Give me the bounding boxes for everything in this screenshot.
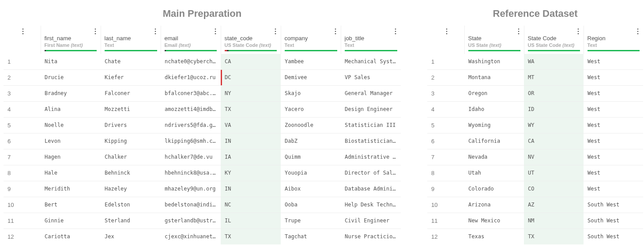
cell[interactable]: Youopia (281, 165, 341, 181)
more-options-icon[interactable] (273, 28, 278, 36)
column-header[interactable]: State CodeUS State Code (text) (524, 26, 584, 54)
cell[interactable]: Meridith (41, 181, 101, 197)
table-row[interactable]: 5WyomingWYWest (427, 118, 643, 134)
table-row[interactable]: 7HagenChalkerhchalker7@de.vuIAQuimmAdmin… (4, 149, 401, 165)
cell[interactable]: IA (221, 149, 281, 165)
more-options-icon[interactable] (516, 28, 521, 36)
cell[interactable]: Drivers (101, 118, 161, 133)
cell[interactable]: MT (524, 70, 584, 85)
cell[interactable]: WY (524, 118, 584, 133)
cell[interactable]: IN (221, 181, 281, 197)
column-header[interactable]: first_nameFirst Name (text) (41, 26, 101, 54)
cell[interactable]: Ooba (281, 197, 341, 213)
table-row[interactable]: 2DrucieKieferdkiefer1@ucoz.ruDCDemiveeVP… (4, 70, 401, 86)
cell[interactable]: Montana (464, 70, 524, 85)
table-row[interactable]: 10BertEdelstonbedelstona@indiego…NCOobaH… (4, 197, 401, 213)
table-row[interactable]: 10ArizonaAZSouth West (427, 197, 643, 213)
cell[interactable]: Kiefer (101, 70, 161, 85)
cell[interactable]: Civil Engineer (341, 213, 401, 229)
table-row[interactable]: 6CaliforniaCAWest (427, 134, 643, 149)
more-options-icon[interactable] (393, 28, 398, 36)
cell[interactable]: Demivee (281, 70, 341, 85)
table-row[interactable]: 3BradneyFalconerbfalconer3@abc.net…NYSka… (4, 86, 401, 102)
cell[interactable]: West (584, 134, 643, 149)
cell[interactable]: Director of Sales (341, 165, 401, 181)
cell[interactable]: OR (524, 86, 584, 101)
cell[interactable]: Quimm (281, 149, 341, 165)
cell[interactable]: Drucie (41, 70, 101, 85)
cell[interactable]: Nurse Practicioner (341, 229, 401, 244)
column-header[interactable]: StateUS State (text) (464, 26, 524, 54)
table-row[interactable]: 5NoelleDriversndrivers5@fda.govVAZoonood… (4, 118, 401, 134)
cell[interactable]: Wyoming (464, 118, 524, 133)
table-row[interactable]: 6LevonKippinglkipping6@smh.com.…INDabZBi… (4, 134, 401, 149)
cell[interactable]: Alina (41, 102, 101, 117)
cell[interactable]: IN (221, 134, 281, 149)
cell[interactable]: Nita (41, 54, 101, 69)
cell[interactable]: Bert (41, 197, 101, 213)
more-options-icon[interactable] (20, 28, 26, 36)
cell[interactable]: Levon (41, 134, 101, 149)
cell[interactable]: Tagchat (281, 229, 341, 244)
table-row[interactable]: 8HaleBehninckhbehninck8@usa.govKYYouopia… (4, 165, 401, 181)
column-header[interactable]: job_titleText (341, 26, 401, 54)
more-options-icon[interactable] (333, 28, 338, 36)
cell[interactable]: NY (221, 86, 281, 101)
cell[interactable]: nchate0@cyberchimp… (161, 54, 221, 69)
cell[interactable]: West (584, 54, 643, 69)
cell[interactable]: West (584, 149, 643, 165)
cell[interactable]: Skajo (281, 86, 341, 101)
table-row[interactable]: 1WashingtonWAWest (427, 54, 643, 70)
cell[interactable]: ndrivers5@fda.gov (161, 118, 221, 133)
cell[interactable]: mhazeley9@un.org (161, 181, 221, 197)
cell[interactable]: Design Engineer (341, 102, 401, 117)
column-header[interactable]: companyText (281, 26, 341, 54)
table-row[interactable]: 9ColoradoCOWest (427, 181, 643, 197)
table-row[interactable]: 3OregonORWest (427, 86, 643, 102)
cell[interactable]: West (584, 181, 643, 197)
cell[interactable]: New Mexico (464, 213, 524, 229)
cell[interactable]: Chate (101, 54, 161, 69)
cell[interactable]: Statistician III (341, 118, 401, 133)
table-row[interactable]: 2MontanaMTWest (427, 70, 643, 86)
cell[interactable]: AZ (524, 197, 584, 213)
cell[interactable]: WA (524, 54, 584, 69)
cell[interactable]: Mozzetti (101, 102, 161, 117)
cell[interactable]: cjexc@xinhuanet.com (161, 229, 221, 244)
cell[interactable]: TX (524, 229, 584, 244)
cell[interactable]: Bradney (41, 86, 101, 101)
cell[interactable]: Cariotta (41, 229, 101, 244)
cell[interactable]: UT (524, 165, 584, 181)
cell[interactable]: Utah (464, 165, 524, 181)
table-row[interactable]: 12CariottaJexcjexc@xinhuanet.comTXTagcha… (4, 229, 401, 245)
more-options-icon[interactable] (93, 28, 98, 36)
table-row[interactable]: 11GinnieSterlandgsterlandb@ustream…ILTru… (4, 213, 401, 229)
cell[interactable]: IL (221, 213, 281, 229)
cell[interactable]: NM (524, 213, 584, 229)
cell[interactable]: DabZ (281, 134, 341, 149)
cell[interactable]: South West (584, 229, 643, 244)
cell[interactable]: Texas (464, 229, 524, 244)
cell[interactable]: California (464, 134, 524, 149)
table-row[interactable]: 12TexasTXSouth West (427, 229, 643, 245)
cell[interactable]: dkiefer1@ucoz.ru (161, 70, 221, 85)
cell[interactable]: bedelstona@indiego… (161, 197, 221, 213)
cell[interactable]: West (584, 86, 643, 101)
cell[interactable]: Falconer (101, 86, 161, 101)
cell[interactable]: Zoonoodle (281, 118, 341, 133)
cell[interactable]: West (584, 102, 643, 117)
column-header[interactable]: last_nameText (101, 26, 161, 54)
cell[interactable]: Database Administr… (341, 181, 401, 197)
table-row[interactable]: 4IdahoIDWest (427, 102, 643, 118)
cell[interactable]: NV (524, 149, 584, 165)
cell[interactable]: Oregon (464, 86, 524, 101)
cell[interactable]: Chalker (101, 149, 161, 165)
more-options-icon[interactable] (576, 28, 581, 36)
cell[interactable]: Hazeley (101, 181, 161, 197)
cell[interactable]: Mechanical Systems… (341, 54, 401, 69)
cell[interactable]: amozzetti4@imdb.com (161, 102, 221, 117)
cell[interactable]: gsterlandb@ustream… (161, 213, 221, 229)
cell[interactable]: DC (221, 70, 281, 85)
cell[interactable]: Jex (101, 229, 161, 244)
cell[interactable]: TX (221, 229, 281, 244)
